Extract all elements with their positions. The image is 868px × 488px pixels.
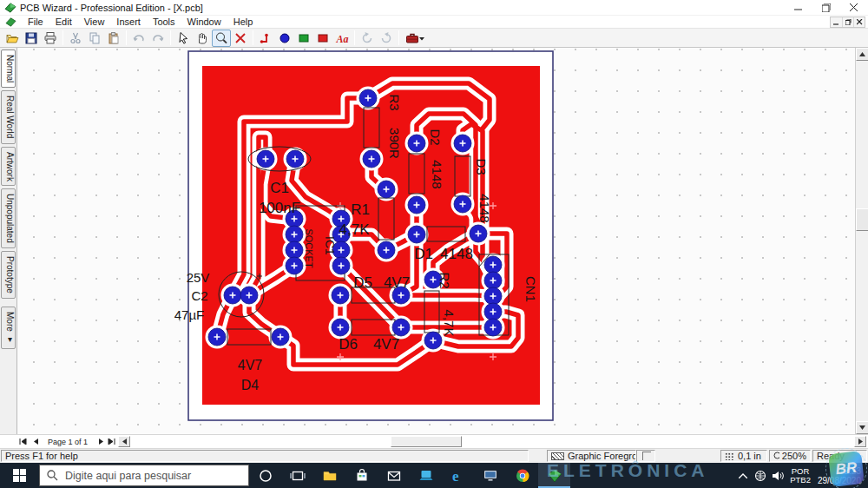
taskbar-icon-laptop[interactable] [410, 463, 442, 488]
taskbar-icon-remote[interactable] [474, 463, 506, 488]
pad-tool-button[interactable] [275, 30, 294, 47]
toolbox-tool-button[interactable] [402, 30, 428, 47]
pad[interactable] [286, 257, 303, 274]
pad[interactable] [484, 319, 502, 336]
close-button[interactable] [840, 0, 868, 15]
view-tab-more[interactable]: More ▾ [1, 307, 16, 349]
pad[interactable] [363, 150, 380, 168]
restore-button[interactable] [812, 0, 840, 15]
delete-tool-button[interactable] [231, 30, 250, 47]
pad[interactable] [224, 287, 241, 304]
pad[interactable] [454, 135, 471, 152]
view-tab-unpopulated[interactable]: Unpopulated [1, 188, 16, 248]
prev-page-button[interactable] [30, 436, 41, 447]
menu-file[interactable]: File [22, 16, 49, 28]
pad[interactable] [454, 195, 471, 213]
menu-help[interactable]: Help [227, 16, 260, 28]
horizontal-scroll-thumb[interactable] [391, 436, 462, 447]
redo-tool-button[interactable] [148, 30, 168, 47]
rect-green-tool-button[interactable] [294, 30, 313, 47]
text-tool-button[interactable]: Aa [332, 30, 352, 47]
vertical-scroll-thumb[interactable] [856, 208, 868, 231]
pointer-tool-button[interactable] [174, 30, 193, 47]
copy-tool-button[interactable] [85, 30, 104, 47]
zoom-indicator[interactable]: 250% [769, 450, 811, 462]
pad[interactable] [378, 241, 395, 259]
pad[interactable] [408, 226, 425, 243]
pad[interactable] [484, 287, 502, 305]
menu-insert[interactable]: Insert [110, 16, 147, 28]
taskbar-icon-mail[interactable] [378, 463, 410, 488]
menu-window[interactable]: Window [181, 16, 227, 28]
cut-tool-button[interactable] [66, 30, 85, 47]
mdi-close-button[interactable] [853, 17, 865, 27]
hscroll-left-button[interactable] [118, 436, 130, 447]
pad[interactable] [286, 241, 303, 259]
network-globe-icon[interactable] [752, 463, 769, 488]
pad[interactable] [424, 332, 442, 349]
taskbar-icon-store[interactable] [345, 463, 378, 488]
view-tab-artwork[interactable]: Artwork [1, 147, 16, 187]
vertical-scrollbar[interactable] [855, 48, 868, 434]
grid-indicator[interactable]: 0,1 in [720, 450, 767, 462]
pad[interactable] [378, 181, 395, 198]
pad[interactable] [286, 226, 303, 243]
rotate-right-tool-button[interactable] [377, 30, 396, 47]
pad[interactable] [408, 135, 425, 152]
hscroll-right-button[interactable] [854, 436, 866, 447]
pad[interactable] [359, 89, 377, 107]
scroll-up-button[interactable] [856, 48, 868, 61]
tray-chevron-icon[interactable] [734, 463, 752, 488]
pcb-canvas[interactable]: C1100nFR3390RD24148D34148R14,7KSOCKETIC1… [17, 48, 855, 434]
paste-tool-button[interactable] [104, 30, 123, 47]
pad[interactable] [332, 319, 349, 336]
view-tab-prototype[interactable]: Prototype [1, 251, 16, 299]
pad[interactable] [240, 287, 258, 304]
rotate-left-tool-button[interactable] [358, 30, 377, 47]
pad[interactable] [332, 287, 349, 304]
pad[interactable] [257, 150, 274, 168]
menu-edit[interactable]: Edit [49, 16, 78, 28]
open-tool-button[interactable] [3, 30, 22, 47]
menu-view[interactable]: View [78, 16, 111, 28]
taskbar-icon-taskview[interactable] [281, 463, 313, 488]
taskbar-search-input[interactable]: Digite aqui para pesquisar [39, 465, 249, 486]
track-tool-button[interactable] [256, 30, 275, 47]
zoom-tool-button[interactable] [212, 30, 231, 47]
pan-tool-button[interactable] [193, 30, 212, 47]
pad[interactable] [470, 225, 487, 242]
volume-icon[interactable] [769, 463, 786, 488]
pad[interactable] [484, 272, 502, 289]
taskbar-icon-chrome[interactable] [506, 463, 538, 488]
mdi-restore-button[interactable] [842, 17, 853, 27]
clock[interactable]: 12:2329/08/2020 [814, 466, 868, 485]
taskbar-icon-pcbwizard[interactable] [538, 463, 570, 488]
pad[interactable] [332, 257, 350, 274]
taskbar-icon-cortana[interactable] [249, 463, 281, 488]
view-tab-normal[interactable]: Normal [1, 49, 16, 88]
pad[interactable] [272, 328, 289, 346]
pad[interactable] [484, 303, 502, 320]
undo-tool-button[interactable] [129, 30, 148, 47]
taskbar-icon-explorer[interactable] [313, 463, 345, 488]
pad[interactable] [484, 256, 502, 274]
language-indicator[interactable]: PORPTB2 [786, 467, 814, 485]
layer-selector[interactable]: Graphic Foreground [547, 450, 636, 462]
save-tool-button[interactable] [22, 30, 41, 47]
taskbar-icon-edge[interactable]: e [442, 463, 474, 488]
scroll-down-button[interactable] [856, 421, 868, 434]
pad[interactable] [392, 319, 410, 336]
last-page-button[interactable] [106, 436, 117, 447]
first-page-button[interactable] [17, 436, 29, 447]
print-tool-button[interactable] [41, 30, 60, 47]
view-tab-real-world[interactable]: Real World [1, 90, 16, 143]
pcb-drawing[interactable]: C1100nFR3390RD24148D34148R14,7KSOCKETIC1… [17, 48, 855, 434]
pad[interactable] [408, 196, 425, 214]
mdi-minimize-button[interactable] [831, 17, 842, 27]
pad[interactable] [208, 328, 226, 346]
pad[interactable] [286, 150, 304, 168]
start-button[interactable] [0, 463, 39, 488]
menu-tools[interactable]: Tools [147, 16, 181, 28]
minimize-button[interactable] [785, 0, 812, 15]
rect-red-tool-button[interactable] [313, 30, 332, 47]
